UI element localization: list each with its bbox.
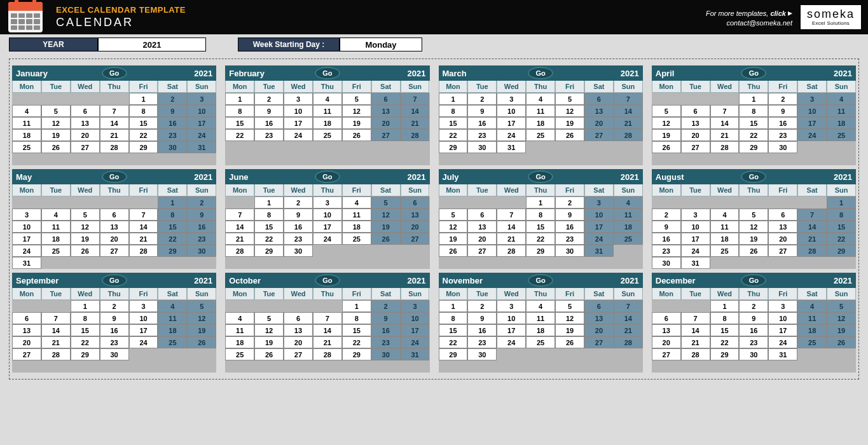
day-cell[interactable]: 25: [313, 129, 342, 141]
day-cell[interactable]: 17: [497, 117, 526, 129]
day-cell[interactable]: 25: [41, 245, 71, 257]
day-cell[interactable]: 11: [526, 312, 555, 324]
day-cell[interactable]: 26: [827, 336, 856, 348]
day-cell[interactable]: 16: [467, 117, 497, 129]
day-cell[interactable]: 19: [254, 336, 284, 348]
day-cell[interactable]: 28: [710, 141, 740, 153]
day-cell[interactable]: 30: [187, 245, 216, 257]
day-cell[interactable]: 5: [827, 300, 856, 312]
day-cell[interactable]: 15: [342, 324, 371, 336]
day-cell[interactable]: 2: [652, 209, 681, 221]
day-cell[interactable]: 9: [254, 105, 284, 117]
day-cell[interactable]: 8: [342, 312, 371, 324]
day-cell[interactable]: 24: [584, 233, 614, 245]
day-cell[interactable]: 11: [313, 105, 342, 117]
day-cell[interactable]: 7: [129, 209, 158, 221]
day-cell[interactable]: 26: [41, 141, 71, 153]
day-cell[interactable]: 11: [710, 221, 740, 233]
day-cell[interactable]: 21: [41, 336, 71, 348]
day-cell[interactable]: 19: [439, 233, 468, 245]
day-cell[interactable]: 28: [681, 348, 710, 360]
day-cell[interactable]: 25: [827, 129, 856, 141]
day-cell[interactable]: 8: [526, 209, 555, 221]
day-cell[interactable]: 6: [768, 209, 797, 221]
day-cell[interactable]: 28: [797, 245, 827, 257]
day-cell[interactable]: 14: [797, 221, 827, 233]
go-button[interactable]: Go: [741, 170, 766, 183]
day-cell[interactable]: 2: [100, 300, 129, 312]
day-cell[interactable]: 22: [526, 233, 555, 245]
day-cell[interactable]: 29: [342, 348, 371, 360]
day-cell[interactable]: 8: [439, 312, 468, 324]
day-cell[interactable]: 18: [158, 324, 187, 336]
day-cell[interactable]: 4: [313, 93, 342, 105]
day-cell[interactable]: 14: [710, 117, 740, 129]
go-button[interactable]: Go: [528, 274, 553, 287]
day-cell[interactable]: 12: [739, 221, 768, 233]
day-cell[interactable]: 3: [584, 196, 614, 209]
day-cell[interactable]: 5: [371, 196, 401, 209]
day-cell[interactable]: 18: [827, 117, 856, 129]
day-cell[interactable]: 7: [681, 312, 710, 324]
day-cell[interactable]: 16: [652, 233, 681, 245]
day-cell[interactable]: 18: [12, 129, 41, 141]
day-cell[interactable]: 21: [710, 129, 740, 141]
day-cell[interactable]: 3: [187, 93, 216, 105]
day-cell[interactable]: 16: [254, 117, 284, 129]
day-cell[interactable]: 10: [129, 312, 158, 324]
day-cell[interactable]: 13: [284, 324, 313, 336]
day-cell[interactable]: 5: [739, 209, 768, 221]
someka-logo[interactable]: someka Excel Solutions: [800, 4, 862, 30]
day-cell[interactable]: 27: [401, 233, 430, 245]
day-cell[interactable]: 25: [526, 129, 555, 141]
day-cell[interactable]: 27: [584, 129, 614, 141]
day-cell[interactable]: 3: [12, 209, 41, 221]
day-cell[interactable]: 17: [401, 324, 430, 336]
day-cell[interactable]: 15: [439, 324, 468, 336]
day-cell[interactable]: 28: [100, 141, 129, 153]
day-cell[interactable]: 16: [768, 117, 797, 129]
day-cell[interactable]: 29: [71, 348, 100, 360]
day-cell[interactable]: 25: [526, 336, 555, 348]
day-cell[interactable]: 30: [158, 141, 187, 153]
day-cell[interactable]: 7: [41, 312, 71, 324]
day-cell[interactable]: 5: [555, 300, 584, 312]
day-cell[interactable]: 12: [439, 221, 468, 233]
day-cell[interactable]: 20: [371, 117, 401, 129]
day-cell[interactable]: 16: [284, 221, 313, 233]
day-cell[interactable]: 7: [710, 105, 740, 117]
day-cell[interactable]: 8: [225, 105, 254, 117]
day-cell[interactable]: 26: [555, 129, 584, 141]
day-cell[interactable]: 1: [710, 300, 740, 312]
day-cell[interactable]: 1: [739, 93, 768, 105]
day-cell[interactable]: 30: [284, 245, 313, 257]
day-cell[interactable]: 21: [797, 233, 827, 245]
day-cell[interactable]: 20: [652, 336, 681, 348]
week-start-select[interactable]: Monday: [340, 38, 422, 51]
day-cell[interactable]: 21: [100, 129, 129, 141]
day-cell[interactable]: 8: [439, 105, 468, 117]
day-cell[interactable]: 29: [710, 348, 740, 360]
day-cell[interactable]: 23: [467, 336, 497, 348]
day-cell[interactable]: 3: [313, 196, 342, 209]
day-cell[interactable]: 9: [467, 312, 497, 324]
day-cell[interactable]: 15: [254, 221, 284, 233]
day-cell[interactable]: 28: [225, 245, 254, 257]
day-cell[interactable]: 23: [284, 233, 313, 245]
day-cell[interactable]: 31: [12, 257, 41, 269]
day-cell[interactable]: 6: [100, 209, 129, 221]
day-cell[interactable]: 18: [710, 233, 740, 245]
day-cell[interactable]: 17: [681, 233, 710, 245]
day-cell[interactable]: 27: [584, 336, 614, 348]
day-cell[interactable]: 16: [100, 324, 129, 336]
day-cell[interactable]: 13: [584, 312, 614, 324]
day-cell[interactable]: 22: [710, 336, 740, 348]
day-cell[interactable]: 25: [797, 336, 827, 348]
day-cell[interactable]: 22: [439, 336, 468, 348]
day-cell[interactable]: 20: [768, 233, 797, 245]
day-cell[interactable]: 19: [41, 129, 71, 141]
day-cell[interactable]: 12: [652, 117, 681, 129]
day-cell[interactable]: 4: [41, 209, 71, 221]
day-cell[interactable]: 6: [652, 312, 681, 324]
day-cell[interactable]: 19: [827, 324, 856, 336]
